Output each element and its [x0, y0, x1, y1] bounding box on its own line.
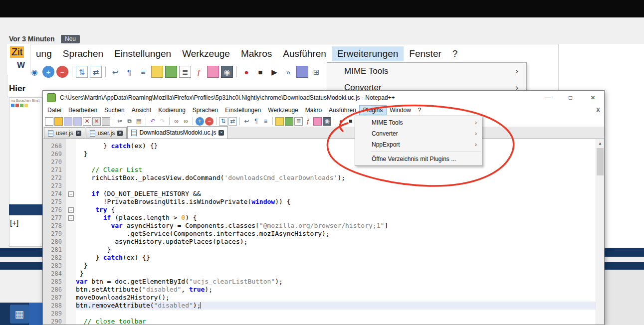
bg-menu-item-makros[interactable]: Makros: [235, 46, 277, 61]
plugins-menu-item-nppexport[interactable]: NppExport›: [355, 139, 482, 150]
document-list-icon[interactable]: ≣: [179, 66, 191, 78]
plugins-menu-item-converter[interactable]: Converter›: [355, 128, 482, 139]
sync-scroll-vertical-icon[interactable]: ⇅: [76, 66, 88, 78]
zoom-out-icon[interactable]: −: [56, 66, 68, 78]
menu-item-bearbeiten[interactable]: Bearbeiten: [65, 106, 101, 115]
plugins-menu-item-mime-tools[interactable]: MIME Tools›: [355, 117, 482, 128]
paste-icon[interactable]: ▤: [135, 117, 143, 126]
fold-collapse-icon[interactable]: −: [68, 215, 74, 221]
code-line[interactable]: }: [76, 150, 596, 158]
bg-menu-item-sprachen[interactable]: Sprachen: [57, 46, 109, 61]
word-wrap-icon[interactable]: ↩: [109, 66, 121, 78]
plugins-menu-item-ffne-verzeichnis-mit-plugins[interactable]: Öffne Verzeichnis mit Plugins ...: [355, 154, 482, 164]
print-icon[interactable]: [102, 117, 110, 126]
bg-menu-item-einstellungen[interactable]: Einstellungen: [109, 46, 177, 61]
tab-user-js[interactable]: user.js✕: [86, 127, 127, 139]
function-list-icon[interactable]: ƒ: [193, 66, 205, 78]
vertical-scrollbar[interactable]: ▲: [596, 139, 604, 325]
dock-app-icon[interactable]: ▦: [10, 305, 29, 324]
show-indent-guide-icon[interactable]: ≡: [261, 117, 270, 126]
close-tab-icon[interactable]: ✕: [76, 131, 81, 136]
record-macro-icon[interactable]: ●: [240, 66, 252, 78]
menu-item-ausf-hren[interactable]: Ausführen: [325, 106, 360, 115]
close-tab-icon[interactable]: ✕: [117, 131, 123, 136]
close-all-documents-icon[interactable]: ✕: [92, 117, 101, 126]
show-all-characters-icon[interactable]: ¶: [123, 66, 135, 78]
code-line[interactable]: // close toolbar: [76, 318, 596, 325]
copy-icon[interactable]: ⧉: [125, 117, 134, 126]
playback-macro-icon[interactable]: ▶: [268, 66, 280, 78]
code-line[interactable]: // Clear List: [76, 166, 596, 174]
sync-scroll-vertical-icon[interactable]: ⇅: [219, 117, 227, 126]
minimize-button[interactable]: —: [537, 91, 559, 105]
replace-icon[interactable]: ∞: [182, 117, 190, 126]
fold-collapse-icon[interactable]: −: [68, 207, 74, 213]
redo-icon[interactable]: ↷: [158, 117, 167, 126]
code-line[interactable]: btn.setAttribute("disabled", true);: [76, 286, 596, 294]
menu-item-werkzeuge[interactable]: Werkzeuge: [264, 106, 301, 115]
code-line[interactable]: } catch(ex) {}: [76, 254, 596, 262]
code-line[interactable]: .getService(Components.interfaces.mozIAs…: [76, 230, 596, 238]
save-macro-icon[interactable]: [296, 66, 308, 78]
title-bar[interactable]: C:\Users\Martin\AppData\Roaming\Mozilla\…: [43, 91, 604, 105]
run-macro-multiple-icon[interactable]: »: [282, 66, 294, 78]
code-line[interactable]: !PrivateBrowsingUtils.isWindowPrivate(wi…: [76, 198, 596, 206]
menu-item-suchen[interactable]: Suchen: [101, 106, 128, 115]
show-all-characters-icon[interactable]: ¶: [252, 117, 260, 126]
menu-item-window[interactable]: Window: [386, 106, 415, 115]
grid-icon[interactable]: ⊞: [310, 66, 322, 78]
monitoring-icon[interactable]: ◉: [221, 66, 233, 78]
folder-as-workspace-icon[interactable]: [313, 117, 322, 126]
scrollbar-thumb[interactable]: [597, 148, 604, 175]
function-list-icon[interactable]: ƒ: [304, 117, 312, 126]
bg-menu-item-erweiterungen[interactable]: Erweiterungen: [332, 46, 404, 61]
bg-menu-item-ung[interactable]: ung: [30, 46, 57, 61]
code-line[interactable]: btn.removeAttribute("disabled");: [76, 302, 596, 310]
code-line[interactable]: [76, 310, 596, 318]
document-map-icon[interactable]: [285, 117, 293, 126]
tab-downloadstatusmodoki-uc-js[interactable]: DownloadStatusModoki.uc.js✕: [127, 126, 228, 139]
menu-item-ansicht[interactable]: Ansicht: [128, 106, 155, 115]
show-indent-guide-icon[interactable]: ≡: [137, 66, 149, 78]
scrollbar-up-icon[interactable]: ▲: [596, 139, 604, 148]
code-line[interactable]: try {: [76, 206, 596, 214]
document-list-icon[interactable]: ≣: [294, 117, 303, 126]
code-line[interactable]: var btn = doc.getElementById("ucjs_clear…: [76, 278, 596, 286]
save-icon[interactable]: [64, 117, 72, 126]
code-line[interactable]: var asyncHistory = Components.classes["@…: [76, 222, 596, 230]
undo-icon[interactable]: ↶: [149, 117, 157, 126]
menu-item-[interactable]: ?: [415, 106, 425, 115]
user-defined-dialog-icon[interactable]: [275, 117, 284, 126]
menu-item-makro[interactable]: Makro: [302, 106, 325, 115]
code-area[interactable]: } catch(ex) {} } // Clear List richListB…: [76, 139, 596, 325]
code-line[interactable]: }: [76, 262, 596, 270]
code-line[interactable]: } catch(ex) {}: [76, 142, 596, 150]
maximize-button[interactable]: □: [559, 91, 582, 105]
code-line[interactable]: if (places.length > 0) {: [76, 214, 596, 222]
close-button[interactable]: ✕: [582, 91, 604, 105]
bg-menu-item-ausf-hren[interactable]: Ausführen: [277, 46, 332, 61]
find-icon[interactable]: ∞: [172, 117, 181, 126]
close-document-x[interactable]: X: [596, 107, 600, 114]
expand-label[interactable]: [+]: [10, 218, 18, 227]
folder-as-workspace-icon[interactable]: [207, 66, 219, 78]
word-wrap-icon[interactable]: ↩: [242, 117, 251, 126]
bg-menu-item-fenster[interactable]: Fenster: [404, 46, 446, 61]
code-line[interactable]: [76, 182, 596, 190]
sync-scroll-horizontal-icon[interactable]: ⇄: [90, 66, 102, 78]
menu-item-sprachen[interactable]: Sprachen: [189, 106, 221, 115]
record-macro-icon[interactable]: ●: [337, 117, 345, 126]
sync-scroll-horizontal-icon[interactable]: ⇄: [228, 117, 237, 126]
cut-icon[interactable]: ✂: [116, 117, 124, 126]
open-folder-icon[interactable]: [54, 117, 63, 126]
fold-collapse-icon[interactable]: −: [68, 191, 74, 197]
new-file-icon[interactable]: [45, 117, 53, 126]
menu-item-einstellungen[interactable]: Einstellungen: [221, 106, 264, 115]
code-line[interactable]: if (DO_NOT_DELETE_HISTORY &&: [76, 190, 596, 198]
code-line[interactable]: [76, 158, 596, 166]
save-all-icon[interactable]: [73, 117, 82, 126]
code-line[interactable]: richListBox._placesView.doCommand('downl…: [76, 174, 596, 182]
code-line[interactable]: asyncHistory.updatePlaces(places);: [76, 238, 596, 246]
monitoring-icon[interactable]: ◉: [323, 117, 331, 126]
zoom-in-icon[interactable]: +: [196, 117, 204, 126]
